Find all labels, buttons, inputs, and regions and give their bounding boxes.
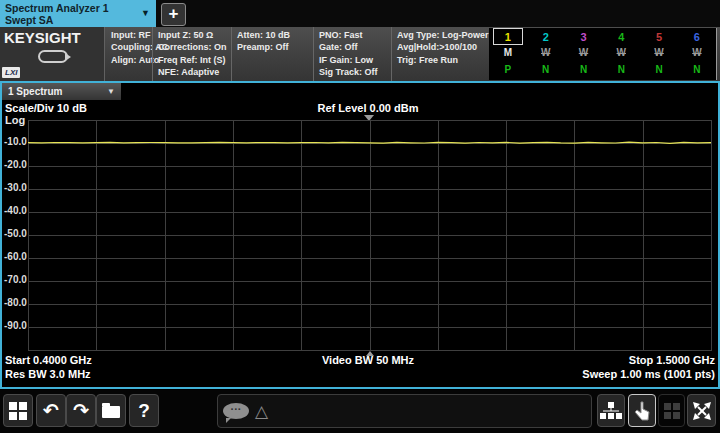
settings-column-1[interactable]: Input: RFCoupling: ACAlign: Auto <box>106 27 152 81</box>
annotation-input-panel[interactable]: ··· △ <box>217 394 592 428</box>
help-icon: ? <box>138 401 150 420</box>
settings-column-3[interactable]: Atten: 10 dBPreamp: Off <box>231 27 313 81</box>
setting-line: Sig Track: Off <box>319 66 386 78</box>
amplitude-tick-label: -60.0 <box>4 251 27 262</box>
windows-logo-icon <box>9 402 27 420</box>
comment-bubble-icon[interactable]: ··· <box>223 403 249 419</box>
window-grid-icon <box>664 403 680 419</box>
spectrum-analyzer-screen: Spectrum Analyzer 1 Swept SA ▼ + KEYSIGH… <box>0 0 720 433</box>
trace-number: 5 <box>644 28 674 45</box>
trace-mode: M <box>489 45 527 62</box>
chevron-down-icon[interactable]: ▼ <box>141 8 150 18</box>
trace-number: 3 <box>569 28 599 45</box>
amplitude-tick-label: -80.0 <box>4 297 27 308</box>
trace-column-6[interactable]: 6WN <box>678 28 716 80</box>
amplitude-tick-label: -20.0 <box>4 159 27 170</box>
trace-detector: N <box>527 62 565 79</box>
lxi-badge: LXI <box>2 67 20 78</box>
touch-mode-button[interactable] <box>628 394 656 427</box>
spectrum-graticule[interactable] <box>28 120 712 351</box>
amplitude-tick-label: -40.0 <box>4 205 27 216</box>
setting-line: Trig: Free Run <box>397 54 483 66</box>
window-selector-dropdown[interactable]: 1 Spectrum ▼ <box>2 83 121 100</box>
settings-columns: Input: RFCoupling: ACAlign: AutoInput Z:… <box>106 27 488 81</box>
continuous-sweep-icon <box>38 50 68 63</box>
trace-column-3[interactable]: 3WN <box>565 28 603 80</box>
chevron-down-icon: ▼ <box>107 83 115 100</box>
setting-line: Preamp: Off <box>237 41 308 53</box>
trace-mode: W <box>565 45 603 62</box>
touch-pointer-icon <box>632 400 652 422</box>
setting-line: Avg|Hold:>100/100 <box>397 41 483 53</box>
fullscreen-icon <box>691 400 713 422</box>
trace-mode: W <box>678 45 716 62</box>
res-bw-label[interactable]: Res BW 3.0 MHz <box>5 368 91 380</box>
settings-column-2[interactable]: Input Z: 50 ΩCorrections: OnFreq Ref: In… <box>152 27 231 81</box>
scale-per-div-label[interactable]: Scale/Div 10 dB <box>5 102 87 114</box>
header-right-divider <box>716 28 717 80</box>
center-frequency-marker-icon <box>366 351 374 356</box>
settings-column-4[interactable]: PNO: FastGate: OffIF Gain: LowSig Track:… <box>313 27 391 81</box>
trace-mode: W <box>527 45 565 62</box>
window-grid-button[interactable] <box>658 394 685 427</box>
trace-detector: N <box>640 62 678 79</box>
keysight-logo: KEYSIGHT <box>4 29 81 46</box>
windows-start-button[interactable] <box>3 394 33 427</box>
settings-column-5[interactable]: Avg Type: Log-PowerAvg|Hold:>100/100Trig… <box>391 27 488 81</box>
amplitude-tick-label: -10.0 <box>4 136 27 147</box>
analyzer-mode-tab[interactable]: Spectrum Analyzer 1 Swept SA ▼ <box>0 0 156 27</box>
arrange-windows-icon <box>600 401 622 420</box>
setting-line: Avg Type: Log-Power <box>397 29 483 41</box>
undo-button[interactable]: ↶ <box>36 394 66 427</box>
setting-line: Align: Auto <box>111 54 147 66</box>
spectrum-trace-1 <box>28 142 711 143</box>
folder-icon <box>102 406 120 418</box>
trace-column-5[interactable]: 5WN <box>640 28 678 80</box>
cursor-triangle-icon: △ <box>255 403 268 420</box>
trace-column-2[interactable]: 2WN <box>527 28 565 80</box>
window-title: 1 Spectrum <box>8 86 62 97</box>
setting-line: Atten: 10 dB <box>237 29 308 41</box>
analyzer-tab-subtitle: Swept SA <box>5 14 156 26</box>
trace-detector: P <box>489 62 527 79</box>
redo-button[interactable]: ↷ <box>66 394 96 427</box>
trace-detector: N <box>602 62 640 79</box>
trace-column-4[interactable]: 4WN <box>602 28 640 80</box>
analyzer-tab-title: Spectrum Analyzer 1 <box>5 2 156 14</box>
setting-line: Corrections: On <box>158 41 226 53</box>
arrange-windows-button[interactable] <box>597 394 625 427</box>
setting-line: NFE: Adaptive <box>158 66 226 78</box>
start-frequency-label[interactable]: Start 0.4000 GHz <box>5 354 92 366</box>
ref-level-label[interactable]: Ref Level 0.00 dBm <box>168 102 568 114</box>
setting-line: Coupling: AC <box>111 41 147 53</box>
brand-block: KEYSIGHT LXI <box>0 27 105 81</box>
trace-number: 6 <box>682 28 712 45</box>
setting-line: Freq Ref: Int (S) <box>158 54 226 66</box>
file-explorer-button[interactable] <box>96 394 126 427</box>
trace-mode: W <box>602 45 640 62</box>
trace-mode: W <box>640 45 678 62</box>
amplitude-scale-type-label: Log <box>5 114 25 126</box>
trace-column-1[interactable]: 1MP <box>489 28 527 80</box>
setting-line: IF Gain: Low <box>319 54 386 66</box>
fullscreen-button[interactable] <box>687 394 716 427</box>
undo-icon: ↶ <box>43 401 59 420</box>
amplitude-tick-label: -30.0 <box>4 182 27 193</box>
redo-icon: ↷ <box>73 401 89 420</box>
trace-detector: N <box>678 62 716 79</box>
amplitude-tick-label: -50.0 <box>4 228 27 239</box>
add-tab-button[interactable]: + <box>161 3 186 26</box>
sweep-time-label[interactable]: Sweep 1.00 ms (1001 pts) <box>582 368 715 380</box>
setting-line: PNO: Fast <box>319 29 386 41</box>
trace-number: 4 <box>606 28 636 45</box>
setting-line: Input: RF <box>111 29 147 41</box>
stop-frequency-label[interactable]: Stop 1.5000 GHz <box>629 354 715 366</box>
help-button[interactable]: ? <box>129 394 159 427</box>
amplitude-tick-label: -70.0 <box>4 274 27 285</box>
trace-number: 1 <box>493 28 523 45</box>
trace-detector: N <box>565 62 603 79</box>
bottom-toolbar: ↶ ↷ ? ··· △ <box>0 390 720 433</box>
spectrum-window: 1 Spectrum ▼ Scale/Div 10 dB Ref Level 0… <box>0 81 720 389</box>
setting-line: Input Z: 50 Ω <box>158 29 226 41</box>
setting-line: Gate: Off <box>319 41 386 53</box>
